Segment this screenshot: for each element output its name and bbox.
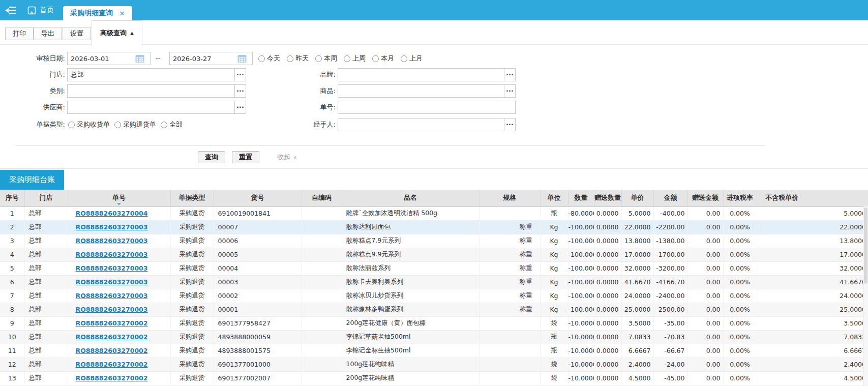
cell-index: 9 <box>0 316 24 330</box>
bill-no-link[interactable]: RO88882603270003 <box>76 278 148 286</box>
product-more-button[interactable]: ··· <box>504 84 516 98</box>
bill-no-link[interactable]: RO88882603270002 <box>76 361 148 368</box>
export-button[interactable]: 导出 <box>34 27 62 40</box>
table-row[interactable]: 4总部RO88882603270003采购退货00005散称糕点9.9元系列称重… <box>0 248 868 261</box>
radio-today[interactable]: 今天 <box>258 54 280 63</box>
tab-close-icon[interactable]: × <box>119 9 125 17</box>
column-header-sku-no[interactable]: 货号 <box>214 190 302 206</box>
table-row[interactable]: 1总部RO88882603270004采购退货6910019001841雕牌`全… <box>0 206 868 220</box>
handler-more-button[interactable]: ··· <box>504 118 516 131</box>
home-tab[interactable]: 首页 <box>27 6 54 15</box>
store-more-button[interactable]: ··· <box>234 68 246 81</box>
column-header-spec[interactable]: 规格 <box>479 190 540 206</box>
calendar-icon[interactable] <box>237 53 247 64</box>
bill-no-link[interactable]: RO88882603270003 <box>76 292 148 300</box>
radio-yesterday[interactable]: 昨天 <box>287 54 309 63</box>
brand-input[interactable] <box>338 68 504 81</box>
column-header-gift-qty[interactable]: 赠送数量 <box>594 190 621 206</box>
column-header-unit-price[interactable]: 单价 <box>621 190 653 206</box>
table-row[interactable]: 3总部RO88882603270003采购退货00006散称糕点7.9元系列称重… <box>0 234 868 248</box>
cell-amount: -66.67 <box>653 344 687 358</box>
cell-qty: -100.0000 <box>568 248 594 261</box>
cell-sku-no: 6901377001000 <box>214 358 302 371</box>
audit-date-to-input[interactable] <box>170 53 237 64</box>
radio-purchase-receipt[interactable]: 采购收货单 <box>68 120 110 129</box>
vertical-scrollbar[interactable] <box>863 206 868 386</box>
bill-no-input[interactable] <box>338 101 516 114</box>
settings-button[interactable]: 设置 <box>63 27 91 40</box>
cell-qty: -10.0000 <box>568 330 594 344</box>
query-button[interactable]: 查询 <box>198 151 225 163</box>
column-header-qty[interactable]: 数量 <box>568 190 594 206</box>
column-header-gift-amount[interactable]: 赠送金额 <box>687 190 723 206</box>
radio-last-week[interactable]: 上周 <box>344 54 366 63</box>
bill-no-link[interactable]: RO88882603270003 <box>76 251 148 258</box>
bill-no-link[interactable]: RO88882603270002 <box>76 374 148 382</box>
reset-button[interactable]: 重置 <box>232 151 259 163</box>
cell-qty: -100.0000 <box>568 220 594 234</box>
bill-no-link[interactable]: RO88882603270003 <box>76 237 148 245</box>
table-row[interactable]: 10总部RO88882603270002采购退货4893888000059李锦记… <box>0 330 868 344</box>
cell-qty: -10.0000 <box>568 344 594 358</box>
tab-purchase-detail-ledger[interactable]: 采购明细台账 <box>0 170 64 190</box>
scrollbar-thumb[interactable] <box>864 207 867 284</box>
radio-label: 昨天 <box>295 54 309 63</box>
collapse-sidebar-icon[interactable] <box>5 6 17 15</box>
brand-more-button[interactable]: ··· <box>504 68 516 81</box>
bill-no-link[interactable]: RO88882603270003 <box>76 223 148 231</box>
column-header-price-excl-tax[interactable]: 不含税单价 <box>757 190 868 206</box>
column-header-store[interactable]: 门店 <box>24 190 68 206</box>
table-row[interactable]: 9总部RO88882603270002采购退货6901377958427200g… <box>0 316 868 330</box>
table-row[interactable]: 8总部RO88882603270003采购退货00001散称豫林多鸭蛋系列称重K… <box>0 303 868 316</box>
table-row[interactable]: 12总部RO88882603270002采购退货6901377001000100… <box>0 358 868 371</box>
radio-purchase-return[interactable]: 采购退货单 <box>114 120 156 129</box>
category-input[interactable] <box>67 84 235 98</box>
table-row[interactable]: 5总部RO88882603270003采购退货00004散称法丽兹系列称重Kg-… <box>0 261 868 275</box>
cell-amount: -4166.70 <box>653 275 687 289</box>
radio-last-month[interactable]: 上月 <box>401 54 423 63</box>
collapse-panel-toggle[interactable]: 收起 ∧ <box>277 153 297 162</box>
table-row[interactable]: 11总部RO88882603270002采购退货4893888001575李锦记… <box>0 344 868 358</box>
tab-purchase-detail-query[interactable]: 采购明细查询 × <box>63 6 132 20</box>
print-button[interactable]: 打印 <box>5 27 34 40</box>
cell-store: 总部 <box>24 289 68 303</box>
column-header-custom-code[interactable]: 自编码 <box>302 190 342 206</box>
supplier-input[interactable] <box>67 101 235 114</box>
advanced-query-button[interactable]: 高级查询 ▲ <box>92 20 142 45</box>
bill-no-link[interactable]: RO88882603270003 <box>76 306 148 313</box>
radio-all[interactable]: 全部 <box>161 120 183 129</box>
table-row[interactable]: 13总部RO88882603270002采购退货6901377002007200… <box>0 371 868 385</box>
category-more-button[interactable]: ··· <box>234 84 246 98</box>
bill-no-link[interactable]: RO88882603270002 <box>76 347 148 354</box>
radio-label: 上月 <box>409 54 423 63</box>
column-header-unit[interactable]: 单位 <box>540 190 568 206</box>
handler-input[interactable] <box>338 118 504 131</box>
column-header-amount[interactable]: 金额 <box>653 190 687 206</box>
store-input[interactable] <box>67 68 235 81</box>
column-header-input-tax-rate[interactable]: 进项税率 <box>723 190 757 206</box>
product-input[interactable] <box>338 84 504 98</box>
radio-this-week[interactable]: 本周 <box>315 54 337 63</box>
column-header-product-name[interactable]: 品名 <box>342 190 479 206</box>
bill-no-link[interactable]: RO88882603270002 <box>76 333 148 341</box>
radio-this-month[interactable]: 本月 <box>372 54 394 63</box>
bill-no-link[interactable]: RO88882603270004 <box>76 210 148 217</box>
cell-unit-price: 22.0000 <box>621 220 653 234</box>
cell-gift-qty: 0.0000 <box>594 261 621 275</box>
bill-no-link[interactable]: RO88882603270002 <box>76 319 148 327</box>
cell-index: 12 <box>0 358 24 371</box>
audit-date-from-input[interactable] <box>68 53 135 64</box>
column-header-bill-type[interactable]: 单据类型 <box>170 190 214 206</box>
table-row[interactable]: 7总部RO88882603270003采购退货00002散称冰贝儿炒货系列称重K… <box>0 289 868 303</box>
table-row[interactable]: 2总部RO88882603270003采购退货00007散称达利园面包称重Kg-… <box>0 220 868 234</box>
cell-bill-no: RO88882603270003 <box>68 261 170 275</box>
cell-unit: 瓶 <box>540 330 568 344</box>
column-header-bill-no[interactable]: 单号 <box>68 190 170 206</box>
table-row[interactable]: 6总部RO88882603270003采购退货00003散称卡夫奥利奥系列称重K… <box>0 275 868 289</box>
cell-gift-amount: 0.00 <box>687 289 723 303</box>
column-header-index[interactable]: 序号 <box>0 190 24 206</box>
calendar-icon[interactable] <box>135 53 145 64</box>
bill-no-link[interactable]: RO88882603270003 <box>76 264 148 272</box>
cell-store: 总部 <box>24 316 68 330</box>
supplier-more-button[interactable]: ··· <box>234 101 246 114</box>
